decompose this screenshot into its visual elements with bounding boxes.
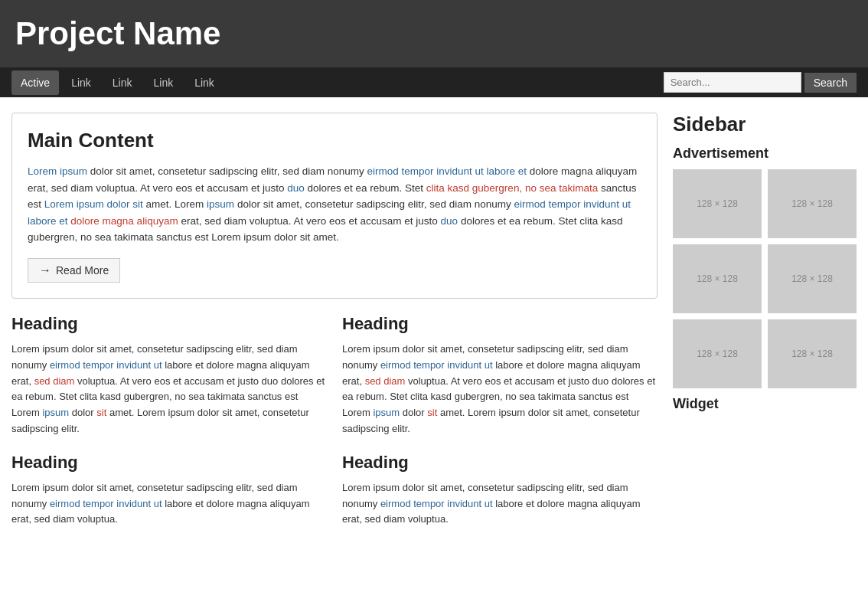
hl-1: eirmod tempor invidunt ut bbox=[50, 359, 162, 371]
site-title: Project Name bbox=[15, 15, 853, 52]
sidebar-heading: Sidebar bbox=[673, 113, 857, 136]
hl-6: sed diam bbox=[365, 375, 406, 387]
nav-item-link-2[interactable]: Link bbox=[103, 70, 142, 95]
col-section-4: Heading Lorem ipsum dolor sit amet, cons… bbox=[342, 453, 658, 528]
col-section-3: Heading Lorem ipsum dolor sit amet, cons… bbox=[11, 453, 327, 528]
content-wrapper: Main Content Lorem ipsum dolor sit amet,… bbox=[0, 97, 868, 543]
nav-item-link-4[interactable]: Link bbox=[185, 70, 224, 95]
col-section-2: Heading Lorem ipsum dolor sit amet, cons… bbox=[342, 314, 658, 437]
ad-image-5: 128 × 128 bbox=[673, 319, 762, 388]
text-span-2: eirmod tempor invidunt ut labore et bbox=[367, 165, 527, 177]
hl-3: ipsum bbox=[42, 407, 69, 418]
featured-heading: Main Content bbox=[28, 129, 641, 152]
navbar: Active Link Link Link Link Search bbox=[0, 67, 868, 97]
site-header: Project Name bbox=[0, 0, 868, 67]
col-heading-2: Heading bbox=[342, 314, 658, 334]
text-span-4: clita kasd gubergren, no sea takimata bbox=[426, 182, 598, 194]
search-form: Search bbox=[664, 67, 857, 97]
text-span-6: ipsum bbox=[207, 198, 234, 210]
hl-10: eirmod tempor invidunt ut bbox=[380, 498, 493, 509]
hl-4: sit bbox=[96, 407, 106, 418]
col-text-3: Lorem ipsum dolor sit amet, consetetur s… bbox=[11, 480, 327, 528]
hl-2: sed diam bbox=[34, 375, 75, 387]
col-text-2: Lorem ipsum dolor sit amet, consetetur s… bbox=[342, 342, 658, 437]
hl-8: sit bbox=[427, 407, 437, 418]
nav-links: Active Link Link Link Link bbox=[11, 70, 224, 95]
nav-item-active[interactable]: Active bbox=[11, 70, 59, 95]
col-heading-3: Heading bbox=[11, 453, 327, 473]
ad-image-1: 128 × 128 bbox=[673, 169, 762, 238]
widget-heading: Widget bbox=[673, 396, 857, 412]
ad-grid-row-2: 128 × 128 128 × 128 bbox=[673, 244, 857, 313]
text-span-8: dolore magna aliquyam bbox=[70, 215, 178, 227]
ad-image-2: 128 × 128 bbox=[768, 169, 857, 238]
two-column-grid: Heading Lorem ipsum dolor sit amet, cons… bbox=[11, 314, 658, 528]
ad-image-6: 128 × 128 bbox=[768, 319, 857, 388]
ad-grid-row-3: 128 × 128 128 × 128 bbox=[673, 319, 857, 388]
read-more-label: Read More bbox=[56, 264, 109, 277]
text-span-9: duo bbox=[441, 215, 458, 227]
search-button[interactable]: Search bbox=[804, 73, 857, 93]
main-content: Main Content Lorem ipsum dolor sit amet,… bbox=[11, 113, 658, 528]
read-more-button[interactable]: → Read More bbox=[28, 258, 120, 283]
hl-7: ipsum bbox=[373, 407, 400, 418]
sidebar: Sidebar Advertisement 128 × 128 128 × 12… bbox=[673, 113, 857, 528]
col-heading-1: Heading bbox=[11, 314, 327, 334]
nav-item-link-3[interactable]: Link bbox=[145, 70, 183, 95]
text-span-5: Lorem ipsum dolor sit bbox=[44, 198, 143, 210]
text-span-3: duo bbox=[287, 182, 305, 194]
widget-section: Widget bbox=[673, 396, 857, 412]
ad-grid-row-1: 128 × 128 128 × 128 bbox=[673, 169, 857, 238]
text-span: Lorem ipsum bbox=[28, 165, 87, 177]
hl-5: eirmod tempor invidunt ut bbox=[380, 359, 493, 371]
search-input[interactable] bbox=[664, 72, 801, 93]
col-section-1: Heading Lorem ipsum dolor sit amet, cons… bbox=[11, 314, 327, 437]
arrow-icon: → bbox=[39, 263, 51, 277]
featured-text: Lorem ipsum dolor sit amet, consetetur s… bbox=[28, 163, 641, 246]
hl-9: eirmod tempor invidunt ut bbox=[50, 498, 162, 509]
col-text-4: Lorem ipsum dolor sit amet, consetetur s… bbox=[342, 480, 658, 528]
col-text-1: Lorem ipsum dolor sit amet, consetetur s… bbox=[11, 342, 327, 437]
nav-item-link-1[interactable]: Link bbox=[62, 70, 100, 95]
advertisement-heading: Advertisement bbox=[673, 146, 857, 162]
col-heading-4: Heading bbox=[342, 453, 658, 473]
ad-image-4: 128 × 128 bbox=[768, 244, 857, 313]
ad-image-3: 128 × 128 bbox=[673, 244, 762, 313]
featured-box: Main Content Lorem ipsum dolor sit amet,… bbox=[11, 113, 658, 299]
